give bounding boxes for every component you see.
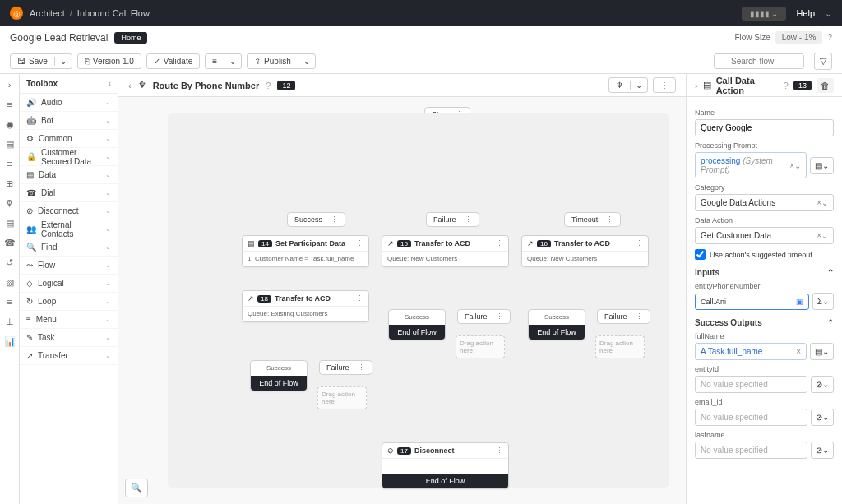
success-collapse-icon[interactable]: ⌃ bbox=[827, 318, 834, 327]
toolbox-item-loop[interactable]: ↻Loop⌄ bbox=[20, 293, 118, 311]
home-button[interactable]: Home bbox=[114, 32, 147, 44]
fullname-input[interactable]: A Task.full_name× bbox=[695, 343, 807, 360]
outcome-success-16[interactable]: Success End of Flow bbox=[528, 309, 585, 340]
toolbox-item-find[interactable]: 🔍Find⌄ bbox=[20, 238, 118, 257]
toolbox-item-logical[interactable]: ◇Logical⌄ bbox=[20, 275, 118, 293]
toolbox-item-task[interactable]: ✎Task⌄ bbox=[20, 329, 118, 347]
node-disconnect[interactable]: ⊘17Disconnect⋮ End of Flow bbox=[382, 442, 509, 489]
breadcrumb-flow[interactable]: Inbound Call Flow bbox=[77, 8, 150, 18]
toolbox-item-dial[interactable]: ☎Dial⌄ bbox=[20, 184, 118, 202]
publish-button[interactable]: ⇪ Publish⌄ bbox=[247, 53, 316, 69]
outcome-failure-18[interactable]: Failure⋮ bbox=[319, 360, 372, 375]
node-transfer-acd-15[interactable]: ↗15Transfer to ACD⋮ Queue: New Customers bbox=[382, 235, 509, 267]
toolbox-item-flow[interactable]: ⤳Flow⌄ bbox=[20, 257, 118, 275]
toolbox-item-icon: ▤ bbox=[26, 170, 34, 179]
branch-failure[interactable]: Failure⋮ bbox=[426, 212, 479, 227]
node-transfer-acd-18[interactable]: ↗18Transfer to ACD⋮ Queue: Existing Cust… bbox=[242, 290, 369, 322]
panel-help-icon[interactable]: ? bbox=[784, 81, 789, 90]
data-action-select[interactable]: Get Customer Data×⌄ bbox=[695, 227, 834, 244]
rail-icon-7[interactable]: ▤ bbox=[4, 217, 16, 229]
breadcrumb-app[interactable]: Architect bbox=[30, 8, 65, 18]
flow-canvas[interactable]: Start⋮ ▤13Query Google⋮ Action: Get Cust… bbox=[118, 97, 686, 504]
node-set-participant-data[interactable]: ▤14Set Participant Data⋮ 1: Customer Nam… bbox=[242, 235, 369, 267]
save-button[interactable]: 🖫 Save⌄ bbox=[10, 53, 72, 69]
processing-prompt-action[interactable]: ▤⌄ bbox=[810, 157, 834, 174]
rail-icon-5[interactable]: ⊞ bbox=[4, 178, 16, 189]
lastname-input[interactable]: No value specified bbox=[695, 442, 807, 459]
rail-icon-4[interactable]: ≡ bbox=[4, 158, 16, 169]
toolbox-item-bot[interactable]: 🤖Bot⌄ bbox=[20, 112, 118, 130]
publish-dropdown[interactable]: ⌄ bbox=[298, 57, 315, 66]
rail-icon-3[interactable]: ▤ bbox=[4, 138, 16, 150]
action-toolbar: 🖫 Save⌄ ⎘ Version 1.0 ✓ Validate ≡⌄ ⇪ Pu… bbox=[0, 49, 842, 74]
rail-icon-13[interactable]: 📊 bbox=[4, 335, 16, 347]
outcome-success-15[interactable]: Success End of Flow bbox=[388, 309, 446, 340]
toolbox-item-audio[interactable]: 🔊Audio⌄ bbox=[20, 94, 118, 112]
name-input[interactable] bbox=[695, 119, 834, 136]
rail-icon-8[interactable]: ☎ bbox=[4, 237, 16, 248]
use-timeout-checkbox[interactable] bbox=[695, 249, 706, 260]
filter-button[interactable]: ▽ bbox=[814, 53, 832, 70]
toolbox-item-data[interactable]: ▤Data⌄ bbox=[20, 166, 118, 184]
drag-placeholder-16[interactable]: Drag action here bbox=[595, 335, 645, 358]
entity-phone-fx[interactable]: Σ⌄ bbox=[812, 293, 834, 310]
entity-phone-input[interactable]: Call.Ani▣ bbox=[695, 294, 809, 310]
rail-collapse-icon[interactable]: › bbox=[4, 79, 16, 90]
toolbox-collapse-icon[interactable]: ‹ bbox=[109, 79, 111, 88]
canvas-help-icon[interactable]: ? bbox=[266, 81, 271, 90]
app-logo-icon: ◎ bbox=[10, 7, 23, 20]
save-dropdown[interactable]: ⌄ bbox=[54, 57, 72, 66]
outcome-failure-16[interactable]: Failure⋮ bbox=[597, 309, 650, 324]
version-button[interactable]: ⎘ Version 1.0 bbox=[77, 53, 141, 69]
canvas-layout-button[interactable]: ♆⌄ bbox=[608, 77, 648, 93]
email-action[interactable]: ⊘⌄ bbox=[811, 409, 834, 426]
inputs-collapse-icon[interactable]: ⌃ bbox=[827, 268, 834, 277]
outcome-failure-15[interactable]: Failure⋮ bbox=[457, 309, 511, 324]
lastname-label: lastname bbox=[695, 431, 834, 439]
external-icon: ↗ bbox=[527, 239, 534, 247]
toolbox-item-disconnect[interactable]: ⊘Disconnect⌄ bbox=[20, 202, 118, 220]
processing-prompt-select[interactable]: processing (System Prompt)×⌄ bbox=[695, 152, 807, 178]
node-transfer-acd-16[interactable]: ↗16Transfer to ACD⋮ Queue: New Customers bbox=[521, 235, 649, 267]
entityid-input[interactable]: No value specified bbox=[695, 376, 807, 393]
outcome-success-18[interactable]: Success End of Flow bbox=[250, 360, 308, 391]
toolbox-item-menu[interactable]: ≡Menu⌄ bbox=[20, 311, 118, 329]
entityid-action[interactable]: ⊘⌄ bbox=[811, 376, 834, 393]
list-button[interactable]: ≡⌄ bbox=[205, 53, 242, 69]
category-select[interactable]: Google Data Actions×⌄ bbox=[695, 194, 834, 211]
branch-timeout[interactable]: Timeout⋮ bbox=[564, 212, 621, 227]
rail-icon-9[interactable]: ↺ bbox=[4, 257, 16, 268]
panel-title: Call Data Action bbox=[716, 76, 779, 95]
lastname-action[interactable]: ⊘⌄ bbox=[811, 442, 834, 459]
rail-icon-1[interactable]: ≡ bbox=[4, 99, 16, 110]
rail-icon-12[interactable]: ⊥ bbox=[4, 316, 16, 327]
toolbox-item-external-contacts[interactable]: 👥External Contacts⌄ bbox=[20, 220, 118, 238]
toolbox-item-customer-secured-data[interactable]: 🔒Customer Secured Data⌄ bbox=[20, 148, 118, 166]
success-outputs-section[interactable]: Success Outputs bbox=[695, 318, 762, 327]
data-action-label: Data Action bbox=[695, 216, 834, 224]
drag-placeholder-15[interactable]: Drag action here bbox=[456, 335, 505, 358]
rail-icon-11[interactable]: ≡ bbox=[4, 296, 16, 307]
canvas-more-button[interactable]: ⋮ bbox=[653, 77, 676, 93]
rail-icon-10[interactable]: ▧ bbox=[4, 276, 16, 288]
external-icon: ↗ bbox=[248, 294, 254, 303]
rail-icon-6[interactable]: 🎙 bbox=[4, 197, 16, 209]
help-icon[interactable]: ? bbox=[827, 33, 832, 42]
toolbox-header: Toolbox‹ bbox=[20, 74, 118, 94]
delete-button[interactable]: 🗑 bbox=[817, 78, 834, 93]
zoom-button[interactable]: 🔍 bbox=[125, 479, 148, 497]
toolbox-item-common[interactable]: ⚙Common⌄ bbox=[20, 130, 118, 148]
search-input[interactable] bbox=[714, 53, 804, 69]
user-menu[interactable]: ▮▮▮▮ ⌄ bbox=[742, 7, 787, 21]
panel-expand-icon[interactable]: › bbox=[695, 81, 698, 90]
validate-button[interactable]: ✓ Validate bbox=[146, 53, 200, 69]
drag-placeholder-18[interactable]: Drag action here bbox=[317, 386, 367, 409]
rail-icon-2[interactable]: ◉ bbox=[4, 118, 16, 130]
email-input[interactable]: No value specified bbox=[695, 409, 807, 426]
collapse-icon[interactable]: ‹ bbox=[128, 81, 132, 90]
toolbox-item-transfer[interactable]: ↗Transfer⌄ bbox=[20, 347, 118, 365]
branch-success[interactable]: Success⋮ bbox=[287, 212, 345, 227]
help-menu[interactable]: Help bbox=[796, 8, 815, 18]
fullname-action[interactable]: ▤⌄ bbox=[810, 343, 834, 360]
inputs-section[interactable]: Inputs bbox=[695, 268, 719, 277]
